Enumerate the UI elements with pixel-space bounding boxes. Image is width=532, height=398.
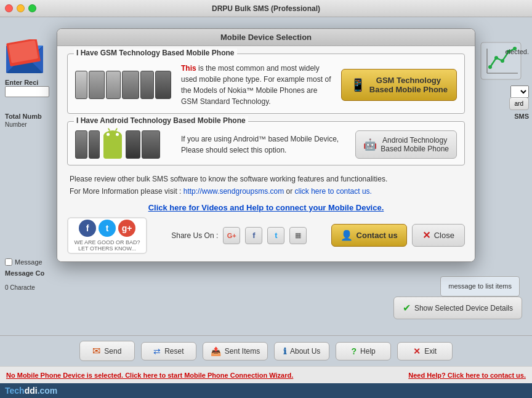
android-phone-images xyxy=(75,130,174,159)
info-section: Please review other bulk SMS software to… xyxy=(67,173,465,198)
title-bar: DRPU Bulk SMS (Professional) xyxy=(0,0,532,17)
social-badge-text: WE ARE GOOD OR BAD?LET OTHERS KNOW... xyxy=(74,239,140,252)
share-area: Share Us On : G+ f t ▦ xyxy=(171,227,307,244)
maximize-button[interactable] xyxy=(28,4,36,12)
about-us-button[interactable]: ℹ About Us xyxy=(274,342,329,360)
android-icon: 🤖 xyxy=(363,138,377,151)
send-icon: ✉ xyxy=(92,345,100,357)
gsm-description: This is the most common and most widely … xyxy=(181,63,334,107)
main-status[interactable]: No Mobile Phone Device is selected. Clic… xyxy=(6,372,293,379)
status-bar: No Mobile Phone Device is selected. Clic… xyxy=(0,366,532,383)
website-link[interactable]: http://www.sendgroupsms.com xyxy=(183,187,284,196)
minimize-button[interactable] xyxy=(17,4,25,12)
close-button[interactable] xyxy=(5,4,13,12)
app-title: DRPU Bulk SMS (Professional) xyxy=(212,4,320,13)
help-button[interactable]: ? Help xyxy=(336,342,391,360)
review-text: Please review other bulk SMS software to… xyxy=(70,173,462,185)
app-window: DRPU Bulk SMS (Professional) xyxy=(0,0,532,398)
android-section-content: If you are using Android™ based Mobile D… xyxy=(75,130,457,159)
social-icons: f t g+ xyxy=(79,220,135,237)
visit-row: For More Information please visit : http… xyxy=(70,185,462,197)
contact-us-button[interactable]: 👤 Contact us xyxy=(331,224,407,247)
modal-title: Mobile Device Selection xyxy=(57,29,475,46)
share-twitter-btn[interactable]: t xyxy=(267,227,284,244)
share-other-btn[interactable]: ▦ xyxy=(289,227,307,244)
sent-items-icon: 📤 xyxy=(211,346,221,356)
reset-button[interactable]: ⇄ Reset xyxy=(141,342,196,360)
about-icon: ℹ xyxy=(283,346,286,356)
share-gplus-btn[interactable]: G+ xyxy=(223,227,240,244)
sent-items-button[interactable]: 📤 Sent Items xyxy=(203,342,268,360)
contact-link[interactable]: click here to contact us. xyxy=(295,187,372,196)
googleplus-icon[interactable]: g+ xyxy=(118,220,135,237)
help-icon: ? xyxy=(352,346,357,356)
mobile-device-selection-modal: Mobile Device Selection I Have GSM Techn… xyxy=(57,28,475,262)
close-x-icon: ✕ xyxy=(422,229,430,241)
share-facebook-btn[interactable]: f xyxy=(245,227,262,244)
reset-icon: ⇄ xyxy=(153,346,161,356)
android-button[interactable]: 🤖 Android TechnologyBased Mobile Phone xyxy=(355,130,457,159)
exit-button[interactable]: ✕ Exit xyxy=(397,342,453,360)
gsm-section-title: I Have GSM Technology Based Mobile Phone xyxy=(74,49,237,57)
facebook-icon[interactable]: f xyxy=(79,220,96,237)
gsm-highlight: This xyxy=(181,64,196,73)
close-button[interactable]: ✕ Close xyxy=(412,224,465,247)
contact-icon: 👤 xyxy=(341,229,353,241)
help-status[interactable]: Need Help? Click here to contact us. xyxy=(408,372,526,379)
twitter-icon[interactable]: t xyxy=(99,220,116,237)
bottom-toolbar: ✉ Send ⇄ Reset 📤 Sent Items ℹ About Us ?… xyxy=(0,335,532,366)
brand-text: Techddi.com xyxy=(5,386,57,396)
android-description: If you are using Android™ based Mobile D… xyxy=(181,133,348,156)
action-buttons: 👤 Contact us ✕ Close xyxy=(331,224,465,247)
gsm-button-label: GSM TechnologyBased Mobile Phone xyxy=(369,76,448,94)
video-link[interactable]: Click here for Videos and Help to connec… xyxy=(67,203,465,212)
exit-icon: ✕ xyxy=(413,346,421,356)
android-button-label: Android TechnologyBased Mobile Phone xyxy=(381,136,449,153)
gsm-button[interactable]: 📱 GSM TechnologyBased Mobile Phone xyxy=(341,69,457,101)
gsm-section: I Have GSM Technology Based Mobile Phone xyxy=(67,54,465,114)
gsm-phone-images xyxy=(75,71,174,99)
send-button[interactable]: ✉ Send xyxy=(79,341,135,361)
footer-brand: Techddi.com xyxy=(0,383,532,398)
android-section: I Have Android Technology Based Mobile P… xyxy=(67,121,465,165)
traffic-lights xyxy=(5,4,36,12)
gsm-section-content: This is the most common and most widely … xyxy=(75,63,457,107)
share-label: Share Us On : xyxy=(171,231,218,240)
phone-icon: 📱 xyxy=(350,78,366,92)
social-row: f t g+ WE ARE GOOD OR BAD?LET OTHERS KNO… xyxy=(67,217,465,254)
modal-body: I Have GSM Technology Based Mobile Phone xyxy=(57,46,475,261)
android-section-title: I Have Android Technology Based Mobile P… xyxy=(74,116,248,125)
social-badge: f t g+ WE ARE GOOD OR BAD?LET OTHERS KNO… xyxy=(67,217,147,254)
